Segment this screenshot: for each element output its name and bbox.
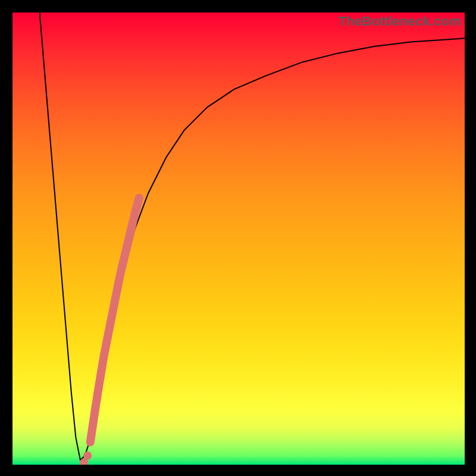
- bottleneck-curve: [40, 12, 465, 460]
- marker-band: [90, 198, 139, 442]
- plot-area: TheBottleneck.com: [12, 12, 465, 465]
- watermark-label: TheBottleneck.com: [339, 14, 461, 29]
- curve-layer: [12, 12, 465, 465]
- chart-container: TheBottleneck.com: [0, 0, 476, 476]
- svg-point-1: [83, 452, 92, 460]
